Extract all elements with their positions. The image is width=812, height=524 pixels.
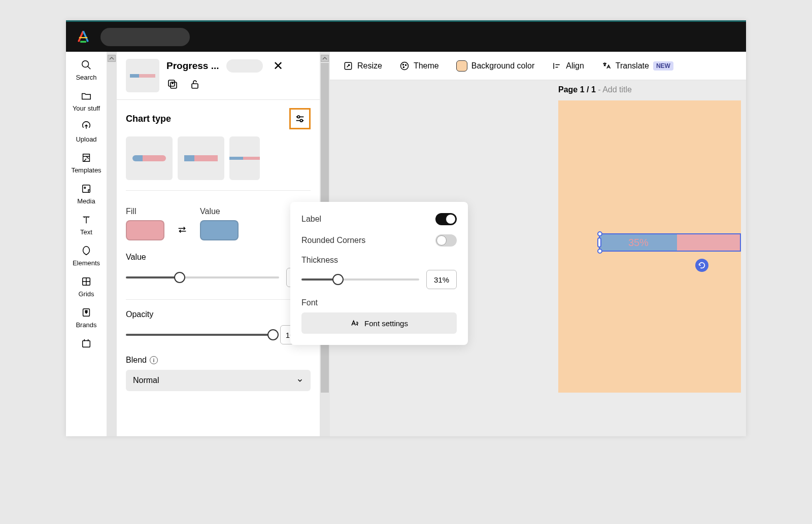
chart-settings-button[interactable] (289, 108, 311, 129)
rail-extra[interactable] (66, 338, 107, 349)
panel-header: Progress ... ✕ (117, 52, 320, 99)
opacity-slider[interactable] (126, 331, 273, 339)
undo-icon[interactable] (695, 259, 708, 272)
bg-color-label: Background color (471, 61, 535, 71)
rail-brands[interactable]: Brands (66, 307, 107, 329)
add-title-placeholder: - Add title (596, 85, 632, 94)
lock-icon[interactable] (189, 78, 201, 90)
page-number: Page 1 / 1 (558, 85, 596, 94)
sliders-icon (294, 113, 306, 124)
resize-label: Resize (357, 61, 382, 71)
svg-rect-5 (83, 341, 90, 347)
chart-type-option-2[interactable] (178, 136, 224, 180)
value-slider[interactable] (126, 273, 279, 282)
selection-edge-handle[interactable] (597, 237, 601, 248)
bg-color-swatch-icon (456, 60, 467, 72)
svg-point-14 (405, 64, 406, 65)
svg-point-15 (403, 66, 404, 67)
theme-icon (399, 61, 410, 71)
close-icon[interactable]: ✕ (270, 59, 286, 73)
chart-type-option-1[interactable] (126, 136, 173, 180)
rail-brands-label: Brands (76, 321, 96, 329)
svg-point-0 (82, 61, 89, 67)
page-label[interactable]: Page 1 / 1 - Add title (558, 85, 632, 94)
value-color-swatch[interactable] (200, 220, 239, 240)
label-toggle-label: Label (301, 215, 321, 224)
progress-bar-fill: 35% (600, 234, 677, 251)
elements-icon (81, 245, 92, 256)
duplicate-icon[interactable] (166, 78, 179, 90)
rail-search[interactable]: Search (66, 59, 107, 81)
properties-panel: Progress ... ✕ Chart type (117, 52, 320, 436)
grids-icon (81, 276, 92, 287)
resize-button[interactable]: Resize (343, 61, 382, 71)
chart-type-label: Chart type (126, 114, 171, 124)
rail-media-label: Media (77, 197, 95, 205)
rail-scrollbar[interactable] (107, 52, 117, 436)
scroll-up-arrow-icon[interactable] (321, 55, 329, 62)
object-thumbnail (126, 59, 159, 92)
svg-point-10 (300, 119, 302, 122)
folder-icon (81, 90, 92, 101)
progress-bar-element[interactable]: 35% (599, 233, 741, 252)
calendar-icon (81, 338, 92, 349)
progress-bar-track (677, 234, 740, 251)
theme-label: Theme (414, 61, 439, 71)
info-icon[interactable]: i (150, 356, 158, 364)
svg-point-2 (84, 187, 86, 189)
blend-select-value: Normal (133, 376, 159, 385)
chart-type-option-3[interactable] (229, 136, 260, 180)
adobe-logo-icon (76, 30, 90, 44)
label-toggle[interactable] (435, 213, 457, 225)
translate-label: Translate (616, 61, 649, 71)
rail-elements[interactable]: Elements (66, 245, 107, 267)
blend-label: Blend (126, 356, 147, 365)
rounded-corners-toggle[interactable] (435, 234, 457, 247)
templates-icon (81, 152, 92, 163)
rail-search-label: Search (76, 74, 96, 81)
resize-icon (343, 61, 353, 71)
rail-text-label: Text (80, 228, 92, 236)
rail-media[interactable]: Media (66, 183, 107, 205)
translate-button[interactable]: Translate NEW (601, 61, 673, 71)
opacity-label: Opacity (126, 310, 311, 319)
chart-settings-popover: Label Rounded Corners Thickness 31% Font… (290, 202, 468, 345)
thickness-input[interactable]: 31% (426, 270, 457, 289)
blend-select[interactable]: Normal (126, 370, 311, 391)
rail-grids-label: Grids (78, 290, 94, 298)
font-label: Font (301, 298, 457, 307)
font-icon (350, 319, 359, 328)
header-search-pill[interactable] (100, 28, 190, 46)
rail-upload[interactable]: Upload (66, 121, 107, 143)
app-header (66, 20, 746, 52)
text-icon (81, 214, 92, 225)
left-rail: Search Your stuff Upload Templates Media… (66, 52, 107, 436)
rail-yourstuff[interactable]: Your stuff (66, 90, 107, 112)
background-color-button[interactable]: Background color (456, 60, 535, 72)
artboard[interactable]: 35% (558, 100, 741, 393)
rail-templates[interactable]: Templates (66, 152, 107, 174)
rail-elements-label: Elements (73, 259, 100, 267)
thickness-label: Thickness (301, 256, 457, 265)
rail-text[interactable]: Text (66, 214, 107, 236)
align-button[interactable]: Align (552, 61, 584, 71)
rail-grids[interactable]: Grids (66, 276, 107, 298)
svg-point-12 (400, 62, 408, 69)
media-icon (81, 183, 92, 194)
title-pill-placeholder (226, 59, 263, 73)
swap-icon[interactable] (177, 224, 188, 235)
new-badge: NEW (653, 61, 673, 71)
font-settings-label: Font settings (364, 319, 408, 328)
theme-button[interactable]: Theme (399, 61, 439, 71)
progress-value-text: 35% (628, 237, 649, 249)
font-settings-button[interactable]: Font settings (301, 312, 457, 334)
panel-title: Progress ... (166, 60, 219, 72)
value-slider-label: Value (126, 253, 311, 262)
selection-handle[interactable] (597, 231, 602, 236)
thickness-slider[interactable] (301, 275, 419, 284)
selection-handle[interactable] (597, 249, 602, 254)
canvas-toolbar: Resize Theme Background color Align Tran… (330, 52, 746, 80)
scroll-up-arrow-icon[interactable] (108, 55, 116, 62)
fill-color-swatch[interactable] (126, 220, 164, 240)
align-label: Align (566, 61, 584, 71)
